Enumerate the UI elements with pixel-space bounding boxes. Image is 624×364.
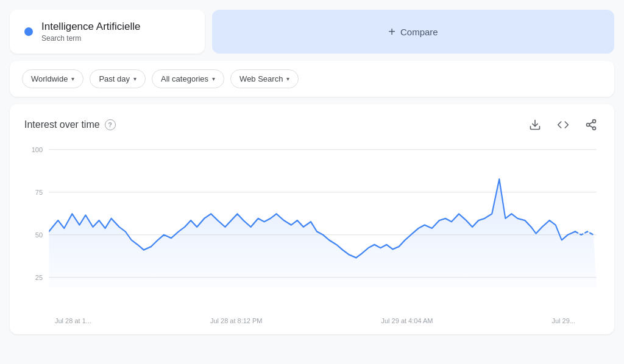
search-term-text: Intelligence Artificielle Search term: [41, 21, 141, 43]
x-label-2: Jul 28 at 8:12 PM: [210, 317, 263, 324]
compare-text: Compare: [400, 27, 438, 37]
interest-over-time-chart: 100 75 50 25: [24, 143, 600, 313]
chevron-down-icon: ▾: [286, 75, 289, 82]
svg-text:25: 25: [35, 274, 43, 281]
search-dot-indicator: [24, 27, 33, 36]
search-type-filter[interactable]: Web Search ▾: [230, 69, 299, 88]
time-label: Past day: [99, 74, 130, 83]
chevron-down-icon: ▾: [71, 75, 74, 82]
svg-text:100: 100: [32, 146, 43, 153]
svg-text:50: 50: [35, 231, 43, 239]
chart-header: Interest over time ?: [24, 116, 600, 133]
page-wrapper: Intelligence Artificielle Search term + …: [0, 0, 624, 344]
x-label-3: Jul 29 at 4:04 AM: [381, 317, 433, 324]
filter-row: Worldwide ▾ Past day ▾ All categories ▾ …: [10, 61, 614, 97]
category-label: All categories: [161, 74, 208, 83]
category-filter[interactable]: All categories ▾: [152, 69, 224, 88]
search-term-card: Intelligence Artificielle Search term: [10, 10, 205, 54]
search-type-label: Web Search: [239, 74, 283, 83]
chart-area: 100 75 50 25: [24, 143, 600, 313]
search-term-name: Intelligence Artificielle: [41, 21, 141, 33]
embed-button[interactable]: [555, 116, 572, 133]
download-button[interactable]: [526, 116, 544, 133]
location-filter[interactable]: Worldwide ▾: [22, 69, 83, 88]
compare-card[interactable]: + Compare: [212, 10, 614, 54]
chart-actions: [526, 116, 600, 133]
share-button[interactable]: [583, 116, 600, 133]
compare-label: + Compare: [388, 25, 438, 39]
download-icon: [529, 119, 541, 131]
compare-plus-icon: +: [388, 25, 395, 39]
embed-icon: [557, 119, 569, 131]
svg-line-4: [589, 125, 593, 127]
chart-title-group: Interest over time ?: [24, 119, 116, 130]
svg-text:75: 75: [35, 189, 43, 196]
top-row: Intelligence Artificielle Search term + …: [10, 10, 614, 54]
chart-title: Interest over time: [24, 119, 100, 130]
chart-card: Interest over time ?: [10, 104, 614, 334]
time-filter[interactable]: Past day ▾: [90, 69, 146, 88]
x-label-1: Jul 28 at 1...: [55, 317, 91, 324]
x-label-4: Jul 29...: [551, 317, 575, 324]
svg-line-5: [589, 122, 593, 124]
search-term-type: Search term: [41, 34, 141, 43]
svg-marker-15: [49, 179, 597, 287]
x-axis-labels: Jul 28 at 1... Jul 28 at 8:12 PM Jul 29 …: [24, 313, 600, 324]
chevron-down-icon: ▾: [212, 75, 215, 82]
location-label: Worldwide: [31, 74, 68, 83]
chevron-down-icon: ▾: [133, 75, 136, 82]
share-icon: [585, 119, 597, 131]
help-icon[interactable]: ?: [105, 119, 116, 130]
